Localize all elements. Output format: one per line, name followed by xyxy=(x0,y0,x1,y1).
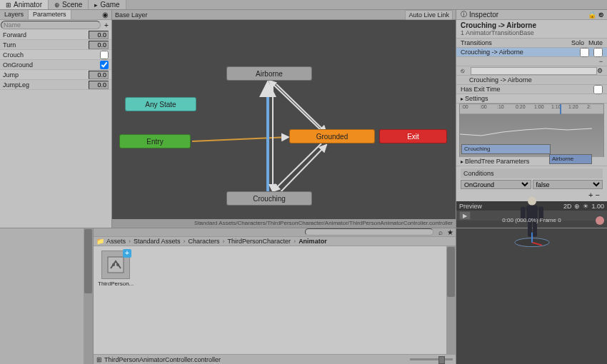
svg-rect-16 xyxy=(108,257,124,273)
has-exit-time-checkbox[interactable] xyxy=(593,85,603,94)
project-search-input[interactable] xyxy=(305,228,433,236)
animator-controller-icon: ⊞ xyxy=(96,356,102,363)
state-crouching[interactable]: Crouching xyxy=(226,191,312,206)
preview-2d-toggle[interactable]: 2D xyxy=(563,203,572,210)
state-grounded[interactable]: Grounded xyxy=(289,129,375,143)
project-grid[interactable]: + ThirdPerson... xyxy=(94,246,456,354)
tab-animator[interactable]: ⊞Animator xyxy=(0,0,49,9)
breadcrumb-item[interactable]: Standard Assets xyxy=(134,238,181,245)
svg-line-3 xyxy=(273,143,321,191)
state-any[interactable]: Any State xyxy=(125,97,196,111)
preview-gizmo-icon[interactable]: ⊕ xyxy=(574,203,580,210)
transition-edges xyxy=(112,20,456,219)
auto-live-link-toggle[interactable]: Auto Live Link xyxy=(405,10,453,20)
transition-timeline[interactable]: :00 :00 :10 0:20 1:00 1:10 1:20 2: Crouc… xyxy=(459,103,604,157)
main-tabs: ⊞Animator ⊕Scene ▸Game xyxy=(0,0,607,10)
base-layer-label: Base Layer xyxy=(115,11,148,19)
avatar-picker-icon[interactable] xyxy=(596,216,604,225)
transition-subtitle: 1 AnimatorTransitionBase xyxy=(461,29,603,36)
state-exit[interactable]: Exit xyxy=(379,129,447,143)
parameters-panel: Layers Parameters ◉ Name + Forward Turn … xyxy=(0,10,112,228)
timeline-clip-airborne[interactable]: Airborne xyxy=(549,154,592,164)
svg-line-0 xyxy=(192,137,289,141)
timeline-clip-crouching[interactable]: Crouching xyxy=(461,144,551,154)
conditions-label: Conditions xyxy=(461,168,603,178)
folder-icon: 📁 xyxy=(96,238,104,245)
chevron-right-icon: ▸ xyxy=(461,158,463,165)
condition-value-select[interactable]: false xyxy=(533,180,603,189)
breadcrumb-item[interactable]: ThirdPersonCharacter xyxy=(228,238,291,245)
game-icon: ▸ xyxy=(94,1,98,9)
gear-icon[interactable]: ⚙ xyxy=(598,11,604,19)
state-airborne[interactable]: Airborne xyxy=(226,66,312,81)
project-tree[interactable] xyxy=(0,228,94,364)
selected-asset-label: ThirdPersonAnimatorController.controller xyxy=(104,356,221,363)
add-param-button[interactable]: + xyxy=(101,21,111,29)
svg-line-2 xyxy=(276,84,326,133)
animator-controller-icon: + xyxy=(101,251,130,279)
animator-graph[interactable]: Base Layer Auto Live Link Any State Entr… xyxy=(112,10,456,228)
svg-point-8 xyxy=(528,197,536,206)
transition-name-field[interactable] xyxy=(471,67,597,75)
param-checkbox[interactable] xyxy=(100,61,109,69)
grid-size-slider[interactable] xyxy=(410,358,453,360)
gear-icon[interactable]: ⚙ xyxy=(597,67,603,74)
parameters-tab[interactable]: Parameters xyxy=(29,10,71,19)
has-exit-time-row: Has Exit Time xyxy=(456,85,607,94)
eye-icon[interactable]: ◉ xyxy=(99,10,111,19)
timeline-ruler: :00 :00 :10 0:20 1:00 1:10 1:20 2: xyxy=(460,104,603,114)
preview-frame-label: 0:00 (000.0%) Frame 0 xyxy=(456,217,607,223)
scrollbar-vertical[interactable] xyxy=(84,228,93,364)
solo-checkbox[interactable] xyxy=(580,48,589,57)
param-value-input[interactable] xyxy=(89,31,109,39)
param-row[interactable]: OnGround xyxy=(0,60,111,70)
layers-tab[interactable]: Layers xyxy=(0,10,29,19)
animator-icon: ⊞ xyxy=(6,1,11,9)
mute-checkbox[interactable] xyxy=(593,48,603,57)
param-value-input[interactable] xyxy=(89,71,109,79)
breadcrumb: 📁 Assets Standard Assets Characters Thir… xyxy=(94,237,456,246)
project-toolbar: ⌕ ★ xyxy=(94,228,456,237)
transition-list-item[interactable]: Crouching -> Airborne xyxy=(456,48,607,57)
inspector-panel: ⓘInspector🔒≡ Crouching -> Airborne 1 Ani… xyxy=(456,10,607,228)
transition-title: Crouching -> Airborne xyxy=(461,21,603,29)
breadcrumb-item[interactable]: Animator xyxy=(299,238,327,245)
scrollbar-vertical[interactable] xyxy=(446,246,456,354)
preview-light-icon[interactable]: ☀ xyxy=(583,203,588,210)
chevron-right-icon: ▸ xyxy=(461,96,463,102)
param-row[interactable]: Jump xyxy=(0,70,111,80)
svg-point-18 xyxy=(116,263,119,266)
param-row[interactable]: Turn xyxy=(0,40,111,50)
preview-speed-label: 1.00 xyxy=(591,203,604,210)
transition-icon: ⎋ xyxy=(461,67,471,74)
transitions-header: Transitions SoloMute xyxy=(456,39,607,48)
remove-condition-button[interactable]: − xyxy=(596,191,600,199)
star-icon[interactable]: ★ xyxy=(445,228,456,236)
project-footer: ⊞ ThirdPersonAnimatorController.controll… xyxy=(94,354,456,364)
settings-foldout[interactable]: ▸Settings xyxy=(456,94,607,103)
tab-scene[interactable]: ⊕Scene xyxy=(49,0,89,9)
inspector-icon: ⓘ xyxy=(461,10,467,19)
inspector-header: Crouching -> Airborne 1 AnimatorTransiti… xyxy=(456,20,607,39)
filter-icon[interactable]: ⌕ xyxy=(436,228,445,236)
param-checkbox[interactable] xyxy=(100,51,109,59)
tab-game[interactable]: ▸Game xyxy=(89,0,126,9)
param-value-input[interactable] xyxy=(89,81,109,89)
remove-transition-button[interactable]: − xyxy=(599,58,603,65)
param-row[interactable]: Crouch xyxy=(0,50,111,60)
lock-icon[interactable]: 🔒 xyxy=(588,11,596,19)
asset-item[interactable]: + ThirdPerson... xyxy=(98,251,134,287)
svg-line-1 xyxy=(269,81,321,131)
condition-param-select[interactable]: OnGround xyxy=(461,180,531,189)
param-search-input[interactable]: Name xyxy=(1,21,101,29)
playhead-icon[interactable] xyxy=(560,104,561,114)
param-row[interactable]: Forward xyxy=(0,30,111,40)
preview-viewport[interactable]: 0:00 (000.0%) Frame 0 xyxy=(456,221,607,228)
breadcrumb-item[interactable]: Assets xyxy=(106,238,126,245)
param-row[interactable]: JumpLeg xyxy=(0,80,111,90)
state-entry[interactable]: Entry xyxy=(119,134,191,148)
param-value-input[interactable] xyxy=(89,41,109,49)
breadcrumb-item[interactable]: Characters xyxy=(189,238,220,245)
add-condition-button[interactable]: + xyxy=(588,191,593,199)
tab-inspector[interactable]: ⓘInspector🔒≡ xyxy=(456,10,607,20)
